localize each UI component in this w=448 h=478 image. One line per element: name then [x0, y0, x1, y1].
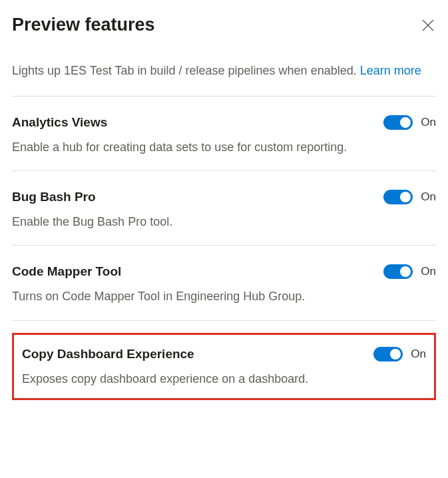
divider [12, 320, 436, 321]
toggle-label: On [421, 265, 436, 278]
close-button[interactable] [420, 17, 436, 33]
feature-desc: Enable a hub for creating data sets to u… [12, 139, 436, 156]
toggle-label: On [421, 190, 436, 204]
feature-bug-bash-pro: Bug Bash Pro On Enable the Bug Bash Pro … [12, 171, 436, 245]
feature-copy-dashboard-experience: Copy Dashboard Experience On Exposes cop… [22, 347, 426, 387]
page-title: Preview features [12, 15, 155, 35]
feature-title: Copy Dashboard Experience [22, 347, 194, 361]
intro-text: Lights up 1ES Test Tab in build / releas… [12, 62, 436, 80]
toggle-code-mapper-tool[interactable] [383, 264, 413, 279]
highlighted-feature-box: Copy Dashboard Experience On Exposes cop… [12, 333, 436, 400]
feature-title: Code Mapper Tool [12, 264, 121, 279]
feature-title: Bug Bash Pro [12, 190, 96, 204]
feature-code-mapper-tool: Code Mapper Tool On Turns on Code Mapper… [12, 246, 436, 320]
toggle-copy-dashboard-experience[interactable] [373, 347, 403, 361]
toggle-bug-bash-pro[interactable] [383, 190, 413, 204]
toggle-label: On [411, 348, 426, 361]
feature-desc: Enable the Bug Bash Pro tool. [12, 214, 436, 230]
learn-more-link[interactable]: Learn more [360, 64, 421, 77]
intro-body: Lights up 1ES Test Tab in build / releas… [12, 64, 360, 77]
toggle-label: On [421, 116, 436, 129]
toggle-analytics-views[interactable] [383, 115, 413, 130]
close-icon [422, 19, 434, 31]
feature-desc: Exposes copy dashboard experience on a d… [22, 371, 426, 387]
feature-desc: Turns on Code Mapper Tool in Engineering… [12, 288, 436, 305]
feature-analytics-views: Analytics Views On Enable a hub for crea… [12, 97, 436, 170]
feature-title: Analytics Views [12, 115, 107, 130]
